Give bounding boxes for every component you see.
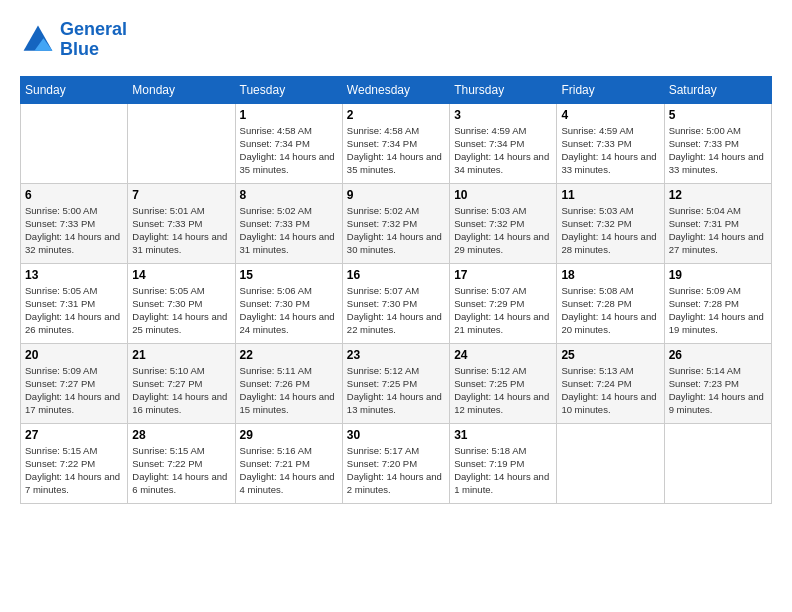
weekday-header-row: SundayMondayTuesdayWednesdayThursdayFrid… xyxy=(21,76,772,103)
day-info: Sunrise: 5:02 AM Sunset: 7:32 PM Dayligh… xyxy=(347,204,445,257)
weekday-header-cell: Wednesday xyxy=(342,76,449,103)
calendar-day-cell: 25Sunrise: 5:13 AM Sunset: 7:24 PM Dayli… xyxy=(557,343,664,423)
day-info: Sunrise: 5:12 AM Sunset: 7:25 PM Dayligh… xyxy=(347,364,445,417)
calendar-week-row: 6Sunrise: 5:00 AM Sunset: 7:33 PM Daylig… xyxy=(21,183,772,263)
day-number: 30 xyxy=(347,428,445,442)
logo-icon xyxy=(20,22,56,58)
calendar-week-row: 1Sunrise: 4:58 AM Sunset: 7:34 PM Daylig… xyxy=(21,103,772,183)
day-number: 18 xyxy=(561,268,659,282)
day-number: 26 xyxy=(669,348,767,362)
weekday-header-cell: Monday xyxy=(128,76,235,103)
calendar-week-row: 13Sunrise: 5:05 AM Sunset: 7:31 PM Dayli… xyxy=(21,263,772,343)
calendar-day-cell: 9Sunrise: 5:02 AM Sunset: 7:32 PM Daylig… xyxy=(342,183,449,263)
weekday-header-cell: Friday xyxy=(557,76,664,103)
calendar-day-cell: 29Sunrise: 5:16 AM Sunset: 7:21 PM Dayli… xyxy=(235,423,342,503)
day-number: 24 xyxy=(454,348,552,362)
day-info: Sunrise: 5:00 AM Sunset: 7:33 PM Dayligh… xyxy=(25,204,123,257)
day-info: Sunrise: 5:11 AM Sunset: 7:26 PM Dayligh… xyxy=(240,364,338,417)
calendar-day-cell: 24Sunrise: 5:12 AM Sunset: 7:25 PM Dayli… xyxy=(450,343,557,423)
logo-text: General Blue xyxy=(60,20,127,60)
day-number: 13 xyxy=(25,268,123,282)
day-number: 11 xyxy=(561,188,659,202)
calendar-body: 1Sunrise: 4:58 AM Sunset: 7:34 PM Daylig… xyxy=(21,103,772,503)
day-info: Sunrise: 5:06 AM Sunset: 7:30 PM Dayligh… xyxy=(240,284,338,337)
day-info: Sunrise: 5:03 AM Sunset: 7:32 PM Dayligh… xyxy=(561,204,659,257)
day-info: Sunrise: 5:12 AM Sunset: 7:25 PM Dayligh… xyxy=(454,364,552,417)
day-number: 19 xyxy=(669,268,767,282)
calendar-day-cell xyxy=(21,103,128,183)
day-number: 25 xyxy=(561,348,659,362)
day-info: Sunrise: 5:00 AM Sunset: 7:33 PM Dayligh… xyxy=(669,124,767,177)
logo: General Blue xyxy=(20,20,127,60)
calendar-day-cell: 6Sunrise: 5:00 AM Sunset: 7:33 PM Daylig… xyxy=(21,183,128,263)
calendar-day-cell: 1Sunrise: 4:58 AM Sunset: 7:34 PM Daylig… xyxy=(235,103,342,183)
calendar-day-cell xyxy=(557,423,664,503)
day-info: Sunrise: 5:18 AM Sunset: 7:19 PM Dayligh… xyxy=(454,444,552,497)
day-number: 16 xyxy=(347,268,445,282)
day-number: 31 xyxy=(454,428,552,442)
weekday-header-cell: Saturday xyxy=(664,76,771,103)
calendar-day-cell: 4Sunrise: 4:59 AM Sunset: 7:33 PM Daylig… xyxy=(557,103,664,183)
calendar-day-cell: 13Sunrise: 5:05 AM Sunset: 7:31 PM Dayli… xyxy=(21,263,128,343)
weekday-header-cell: Sunday xyxy=(21,76,128,103)
calendar-day-cell: 19Sunrise: 5:09 AM Sunset: 7:28 PM Dayli… xyxy=(664,263,771,343)
day-info: Sunrise: 5:01 AM Sunset: 7:33 PM Dayligh… xyxy=(132,204,230,257)
day-number: 4 xyxy=(561,108,659,122)
day-info: Sunrise: 5:08 AM Sunset: 7:28 PM Dayligh… xyxy=(561,284,659,337)
day-number: 5 xyxy=(669,108,767,122)
calendar-day-cell: 5Sunrise: 5:00 AM Sunset: 7:33 PM Daylig… xyxy=(664,103,771,183)
day-info: Sunrise: 5:17 AM Sunset: 7:20 PM Dayligh… xyxy=(347,444,445,497)
day-info: Sunrise: 5:13 AM Sunset: 7:24 PM Dayligh… xyxy=(561,364,659,417)
day-info: Sunrise: 5:03 AM Sunset: 7:32 PM Dayligh… xyxy=(454,204,552,257)
calendar-day-cell: 31Sunrise: 5:18 AM Sunset: 7:19 PM Dayli… xyxy=(450,423,557,503)
day-info: Sunrise: 5:15 AM Sunset: 7:22 PM Dayligh… xyxy=(25,444,123,497)
day-number: 14 xyxy=(132,268,230,282)
day-info: Sunrise: 5:14 AM Sunset: 7:23 PM Dayligh… xyxy=(669,364,767,417)
day-info: Sunrise: 5:10 AM Sunset: 7:27 PM Dayligh… xyxy=(132,364,230,417)
day-info: Sunrise: 5:04 AM Sunset: 7:31 PM Dayligh… xyxy=(669,204,767,257)
calendar-day-cell xyxy=(128,103,235,183)
calendar-day-cell: 12Sunrise: 5:04 AM Sunset: 7:31 PM Dayli… xyxy=(664,183,771,263)
day-info: Sunrise: 5:05 AM Sunset: 7:30 PM Dayligh… xyxy=(132,284,230,337)
day-info: Sunrise: 5:09 AM Sunset: 7:28 PM Dayligh… xyxy=(669,284,767,337)
calendar-day-cell: 21Sunrise: 5:10 AM Sunset: 7:27 PM Dayli… xyxy=(128,343,235,423)
day-number: 8 xyxy=(240,188,338,202)
day-info: Sunrise: 5:15 AM Sunset: 7:22 PM Dayligh… xyxy=(132,444,230,497)
calendar-day-cell: 10Sunrise: 5:03 AM Sunset: 7:32 PM Dayli… xyxy=(450,183,557,263)
page-header: General Blue xyxy=(20,20,772,60)
day-number: 9 xyxy=(347,188,445,202)
day-number: 10 xyxy=(454,188,552,202)
day-number: 15 xyxy=(240,268,338,282)
day-number: 2 xyxy=(347,108,445,122)
calendar-week-row: 20Sunrise: 5:09 AM Sunset: 7:27 PM Dayli… xyxy=(21,343,772,423)
day-number: 22 xyxy=(240,348,338,362)
day-number: 21 xyxy=(132,348,230,362)
day-info: Sunrise: 5:02 AM Sunset: 7:33 PM Dayligh… xyxy=(240,204,338,257)
calendar-day-cell: 20Sunrise: 5:09 AM Sunset: 7:27 PM Dayli… xyxy=(21,343,128,423)
calendar-day-cell: 16Sunrise: 5:07 AM Sunset: 7:30 PM Dayli… xyxy=(342,263,449,343)
day-number: 27 xyxy=(25,428,123,442)
calendar-day-cell: 30Sunrise: 5:17 AM Sunset: 7:20 PM Dayli… xyxy=(342,423,449,503)
day-number: 29 xyxy=(240,428,338,442)
calendar-day-cell: 22Sunrise: 5:11 AM Sunset: 7:26 PM Dayli… xyxy=(235,343,342,423)
calendar-day-cell xyxy=(664,423,771,503)
weekday-header-cell: Tuesday xyxy=(235,76,342,103)
calendar-day-cell: 28Sunrise: 5:15 AM Sunset: 7:22 PM Dayli… xyxy=(128,423,235,503)
day-number: 23 xyxy=(347,348,445,362)
day-info: Sunrise: 5:07 AM Sunset: 7:29 PM Dayligh… xyxy=(454,284,552,337)
calendar-day-cell: 15Sunrise: 5:06 AM Sunset: 7:30 PM Dayli… xyxy=(235,263,342,343)
day-number: 28 xyxy=(132,428,230,442)
day-info: Sunrise: 4:59 AM Sunset: 7:34 PM Dayligh… xyxy=(454,124,552,177)
calendar-day-cell: 14Sunrise: 5:05 AM Sunset: 7:30 PM Dayli… xyxy=(128,263,235,343)
weekday-header-cell: Thursday xyxy=(450,76,557,103)
day-number: 1 xyxy=(240,108,338,122)
calendar-day-cell: 7Sunrise: 5:01 AM Sunset: 7:33 PM Daylig… xyxy=(128,183,235,263)
day-number: 6 xyxy=(25,188,123,202)
day-number: 3 xyxy=(454,108,552,122)
day-info: Sunrise: 5:07 AM Sunset: 7:30 PM Dayligh… xyxy=(347,284,445,337)
day-info: Sunrise: 4:58 AM Sunset: 7:34 PM Dayligh… xyxy=(347,124,445,177)
calendar-day-cell: 23Sunrise: 5:12 AM Sunset: 7:25 PM Dayli… xyxy=(342,343,449,423)
day-info: Sunrise: 5:16 AM Sunset: 7:21 PM Dayligh… xyxy=(240,444,338,497)
day-info: Sunrise: 4:59 AM Sunset: 7:33 PM Dayligh… xyxy=(561,124,659,177)
calendar-day-cell: 8Sunrise: 5:02 AM Sunset: 7:33 PM Daylig… xyxy=(235,183,342,263)
